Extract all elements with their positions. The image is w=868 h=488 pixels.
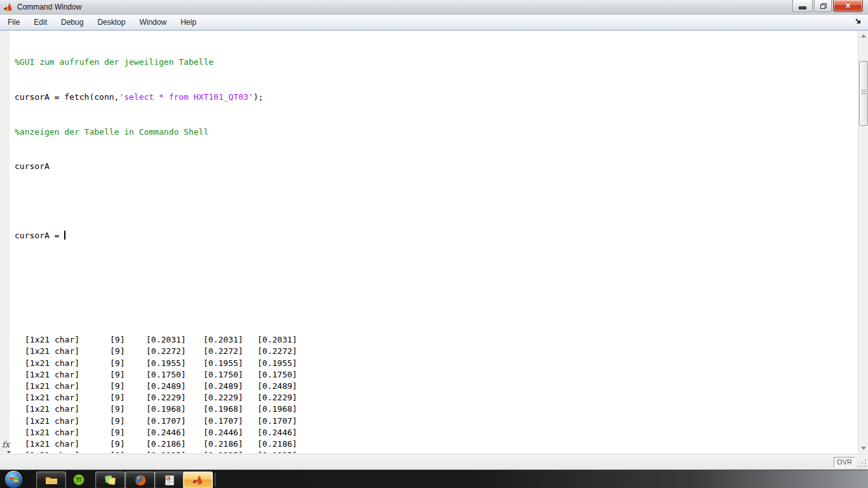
arrow-up-icon xyxy=(861,34,866,37)
console-result-line: cursorA = xyxy=(15,230,297,241)
taskbar-button-matlab-active[interactable] xyxy=(183,471,213,488)
scroll-down-button[interactable] xyxy=(858,443,868,453)
matlab-icon xyxy=(192,475,204,485)
table-row: [1x21 char] [9] [0.2031] [0.2031] [0.203… xyxy=(15,334,297,346)
table-row: [1x21 char] [9] [0.2446] [0.2446] [0.244… xyxy=(15,427,297,438)
minimize-icon xyxy=(799,6,806,10)
table-row: [1x21 char] [9] [0.1707] [0.1707] [0.170… xyxy=(15,416,297,427)
minimize-button[interactable] xyxy=(792,0,813,12)
arrow-down-icon xyxy=(861,447,866,450)
fx-icon: fx xyxy=(2,440,10,449)
spotify-icon xyxy=(73,474,85,485)
command-window-content[interactable]: %GUI zum aufrufen der jeweiligen Tabelle… xyxy=(0,30,858,453)
firefox-icon xyxy=(135,475,146,486)
menu-bar: File Edit Debug Desktop Window Help xyxy=(0,15,868,30)
restore-button[interactable] xyxy=(814,0,832,12)
menu-edit[interactable]: Edit xyxy=(27,16,53,29)
window-title: Command Window xyxy=(17,3,81,11)
resize-grip[interactable] xyxy=(858,459,866,467)
fx-dropdown-arrow-icon xyxy=(7,451,11,453)
console-echo-line: cursorA xyxy=(15,161,297,172)
vertical-scrollbar[interactable] xyxy=(858,30,868,453)
result-table: [1x21 char] [9] [0.2031] [0.2031] [0.203… xyxy=(15,300,297,453)
matlab-logo-icon xyxy=(3,3,13,12)
sticky-notes-icon xyxy=(104,475,117,486)
taskbar-button-document-viewer[interactable]: A xyxy=(154,471,184,488)
scroll-up-button[interactable] xyxy=(858,30,868,41)
console-comment-line: %anzeigen der Tabelle in Commando Shell xyxy=(15,126,297,138)
menu-help[interactable]: Help xyxy=(174,16,203,29)
dock-window-icon[interactable] xyxy=(854,17,863,26)
title-bar: Command Window ✕ xyxy=(0,0,868,15)
table-row: [1x21 char] [9] [0.2272] [0.2272] [0.227… xyxy=(15,346,297,357)
taskbar-button-spotify[interactable] xyxy=(71,473,86,487)
taskbar: A ! xyxy=(0,470,868,488)
table-row: [1x21 char] [9] [0.1968] [0.1968] [0.196… xyxy=(15,403,297,415)
close-icon: ✕ xyxy=(845,3,851,10)
console-code-line: cursorA = fetch(conn,'select * from HXT1… xyxy=(15,92,297,103)
status-bar: OVR xyxy=(0,454,868,470)
taskbar-button-sticky-notes[interactable] xyxy=(95,471,125,488)
svg-text:A: A xyxy=(167,477,170,480)
taskbar-button-firefox[interactable] xyxy=(125,471,155,488)
table-row: [1x21 char] [9] [0.1750] [0.1750] [0.175… xyxy=(15,369,297,381)
menu-desktop[interactable]: Desktop xyxy=(91,16,132,29)
table-row: [1x21 char] [9] [0.1925] [0.1925] [0.192… xyxy=(15,450,297,453)
console-output: %GUI zum aufrufen der jeweiligen Tabelle… xyxy=(15,34,297,453)
table-row: [1x21 char] [9] [0.2489] [0.2489] [0.248… xyxy=(15,381,297,392)
menu-window[interactable]: Window xyxy=(133,16,173,29)
taskbar-button-explorer[interactable] xyxy=(36,471,66,488)
console-comment-line: %GUI zum aufrufen der jeweiligen Tabelle xyxy=(15,57,297,68)
scrollbar-thumb[interactable] xyxy=(859,61,868,126)
thumb-grip-icon xyxy=(861,90,866,95)
folder-icon xyxy=(45,475,58,485)
left-gutter xyxy=(0,30,10,453)
text-caret xyxy=(64,231,65,240)
console-blank-line xyxy=(15,265,297,276)
fx-function-hints-button[interactable]: fx xyxy=(2,440,15,452)
console-blank-line xyxy=(15,196,297,207)
close-button[interactable]: ✕ xyxy=(833,0,863,12)
menu-file[interactable]: File xyxy=(1,16,26,29)
overwrite-mode-indicator: OVR xyxy=(834,457,855,468)
restore-icon xyxy=(820,3,826,8)
windows-flag-icon xyxy=(9,475,19,484)
table-row: [1x21 char] [9] [0.2186] [0.2186] [0.218… xyxy=(15,438,297,450)
document-icon: A xyxy=(165,475,175,486)
table-row: [1x21 char] [9] [0.1955] [0.1955] [0.195… xyxy=(15,358,297,369)
table-row: [1x21 char] [9] [0.2229] [0.2229] [0.222… xyxy=(15,392,297,403)
start-button[interactable] xyxy=(5,471,22,488)
menu-debug[interactable]: Debug xyxy=(55,16,90,29)
desktop-screen: Command Window ✕ File Edit Debug Desktop… xyxy=(0,0,868,488)
